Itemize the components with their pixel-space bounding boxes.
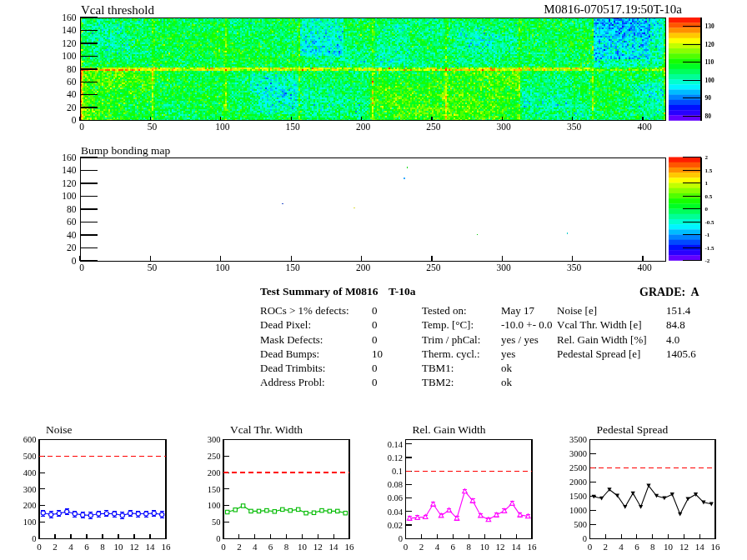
svg-text:100: 100	[215, 262, 230, 272]
svg-text:50: 50	[148, 122, 158, 132]
svg-text:ROCs > 1% defects:: ROCs > 1% defects:	[260, 304, 349, 317]
svg-text:400: 400	[637, 122, 652, 132]
svg-text:0: 0	[32, 534, 36, 543]
svg-text:GRADE: A: GRADE: A	[639, 286, 699, 298]
svg-text:300: 300	[23, 485, 37, 494]
svg-text:20: 20	[67, 102, 77, 112]
svg-text:2: 2	[53, 542, 58, 552]
svg-text:600: 600	[23, 435, 37, 444]
svg-text:2: 2	[419, 542, 424, 552]
svg-text:500: 500	[23, 452, 37, 461]
svg-text:yes / yes: yes / yes	[501, 333, 539, 346]
svg-text:16: 16	[528, 542, 538, 552]
svg-text:200: 200	[23, 501, 37, 510]
svg-text:2000: 2000	[569, 478, 587, 487]
svg-text:160: 160	[62, 152, 77, 162]
svg-text:80: 80	[67, 204, 77, 214]
svg-text:500: 500	[574, 520, 587, 529]
svg-text:16: 16	[162, 542, 172, 552]
svg-text:Dead Bumps:: Dead Bumps:	[260, 348, 319, 360]
svg-text:160: 160	[62, 12, 77, 22]
svg-text:10: 10	[372, 348, 383, 360]
svg-text:200: 200	[208, 468, 221, 478]
svg-text:80: 80	[705, 112, 712, 120]
svg-text:4: 4	[619, 542, 624, 552]
svg-text:Dead Pixel:: Dead Pixel:	[260, 318, 311, 331]
svg-text:0.02: 0.02	[388, 521, 403, 530]
svg-text:TBM2:: TBM2:	[422, 376, 454, 388]
svg-text:0: 0	[216, 534, 220, 543]
svg-text:14: 14	[329, 542, 339, 552]
svg-text:4.0: 4.0	[666, 333, 679, 346]
svg-text:4: 4	[68, 542, 73, 552]
svg-text:0: 0	[72, 115, 77, 125]
svg-text:400: 400	[23, 468, 37, 478]
svg-text:0: 0	[372, 304, 378, 317]
svg-text:0: 0	[72, 256, 77, 266]
svg-text:Rel. Gain Width: Rel. Gain Width	[413, 423, 486, 436]
svg-text:1405.6: 1405.6	[666, 348, 696, 360]
svg-text:0: 0	[399, 534, 403, 543]
svg-text:350: 350	[567, 262, 582, 272]
svg-text:120: 120	[62, 38, 77, 48]
svg-text:-10.0 +- 0.0: -10.0 +- 0.0	[501, 318, 553, 331]
svg-text:Therm. cycl.:: Therm. cycl.:	[422, 348, 480, 360]
svg-text:80: 80	[67, 64, 77, 74]
svg-text:400: 400	[637, 262, 652, 272]
svg-text:10: 10	[664, 542, 674, 552]
svg-text:Vcal Thr. Width [e]: Vcal Thr. Width [e]	[557, 318, 642, 331]
svg-text:0.08: 0.08	[388, 480, 403, 489]
svg-text:3500: 3500	[569, 435, 587, 444]
svg-text:Pedestal Spread: Pedestal Spread	[597, 423, 669, 436]
svg-text:50: 50	[212, 518, 221, 527]
svg-text:2: 2	[237, 542, 242, 552]
svg-text:Rel. Gain Width [%]: Rel. Gain Width [%]	[557, 333, 647, 346]
svg-text:14: 14	[146, 542, 156, 552]
svg-text:4: 4	[435, 542, 440, 552]
svg-text:8: 8	[100, 542, 105, 552]
svg-text:350: 350	[567, 122, 582, 132]
svg-text:0.12: 0.12	[388, 453, 403, 462]
svg-text:Trim / phCal:: Trim / phCal:	[422, 333, 480, 346]
svg-text:100: 100	[208, 501, 221, 510]
svg-text:300: 300	[497, 122, 512, 132]
svg-text:T-10a: T-10a	[389, 285, 416, 298]
svg-text:100: 100	[62, 51, 77, 61]
svg-text:6: 6	[268, 542, 273, 552]
svg-text:6: 6	[84, 542, 89, 552]
svg-text:-2: -2	[705, 258, 710, 264]
svg-text:0.5: 0.5	[705, 193, 713, 200]
svg-text:-0.5: -0.5	[705, 219, 715, 226]
svg-text:Pedestal Spread [e]: Pedestal Spread [e]	[557, 348, 640, 360]
svg-text:100: 100	[705, 77, 715, 84]
svg-text:300: 300	[497, 262, 512, 272]
svg-text:Noise: Noise	[46, 423, 73, 436]
svg-text:May 17: May 17	[501, 304, 535, 317]
svg-text:140: 140	[62, 25, 77, 35]
svg-text:12: 12	[313, 542, 323, 552]
svg-text:120: 120	[62, 178, 77, 188]
svg-text:0.04: 0.04	[388, 508, 404, 517]
svg-text:Noise [e]: Noise [e]	[557, 304, 597, 317]
svg-text:yes: yes	[501, 348, 515, 360]
svg-text:110: 110	[705, 58, 714, 66]
svg-text:3000: 3000	[569, 449, 587, 458]
svg-text:250: 250	[426, 122, 441, 132]
svg-text:2: 2	[604, 542, 609, 552]
svg-text:0: 0	[372, 318, 378, 331]
svg-text:12: 12	[130, 542, 139, 552]
svg-text:8: 8	[650, 542, 655, 552]
svg-text:0: 0	[372, 376, 378, 388]
svg-text:130: 130	[705, 22, 715, 30]
svg-text:6: 6	[634, 542, 639, 552]
svg-text:0: 0	[372, 333, 378, 346]
svg-text:250: 250	[426, 262, 441, 272]
svg-text:0.06: 0.06	[388, 493, 403, 502]
svg-text:2500: 2500	[569, 463, 587, 472]
svg-text:200: 200	[356, 122, 371, 132]
svg-text:Mask Defects:: Mask Defects:	[260, 333, 323, 346]
svg-text:0: 0	[404, 542, 409, 552]
svg-text:2: 2	[705, 154, 709, 161]
svg-text:100: 100	[62, 191, 77, 201]
svg-text:12: 12	[496, 542, 505, 552]
